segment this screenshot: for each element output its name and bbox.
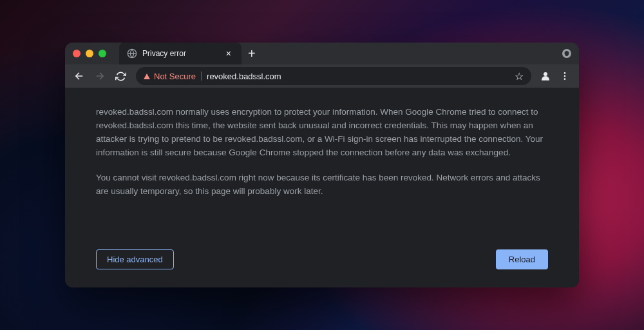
reload-page-button[interactable]: Reload <box>496 249 548 269</box>
svg-point-2 <box>564 72 566 74</box>
svg-point-3 <box>564 75 566 77</box>
profile-button[interactable] <box>538 68 553 84</box>
svg-point-1 <box>544 72 547 76</box>
reload-button[interactable] <box>111 67 129 85</box>
new-tab-button[interactable]: + <box>242 47 262 60</box>
page-content: revoked.badssl.com normally uses encrypt… <box>65 88 579 287</box>
browser-window: Privacy error × + Not Secure revoked.bad… <box>65 43 579 287</box>
back-button[interactable] <box>70 67 88 85</box>
globe-icon <box>127 48 137 59</box>
button-row: Hide advanced Reload <box>96 249 548 269</box>
incognito-icon[interactable] <box>562 49 571 58</box>
address-bar[interactable]: Not Secure revoked.badssl.com ☆ <box>136 67 531 85</box>
svg-point-4 <box>564 78 566 80</box>
url-text: revoked.badssl.com <box>207 72 509 81</box>
tab-title: Privacy error <box>142 49 218 58</box>
error-paragraph-2: You cannot visit revoked.badssl.com righ… <box>96 171 548 199</box>
error-paragraph-1: revoked.badssl.com normally uses encrypt… <box>96 106 548 160</box>
maximize-window-button[interactable] <box>99 50 106 57</box>
bookmark-icon[interactable]: ☆ <box>515 70 524 82</box>
forward-button[interactable] <box>91 67 109 85</box>
window-controls <box>65 50 114 57</box>
security-indicator[interactable]: Not Secure <box>144 72 196 81</box>
title-bar: Privacy error × + <box>65 43 579 64</box>
security-label: Not Secure <box>154 72 196 81</box>
hide-advanced-button[interactable]: Hide advanced <box>96 249 174 269</box>
browser-tab[interactable]: Privacy error × <box>119 43 242 64</box>
warning-icon <box>144 73 150 79</box>
menu-button[interactable] <box>556 67 574 85</box>
minimize-window-button[interactable] <box>86 50 93 57</box>
divider <box>201 72 202 81</box>
tab-close-button[interactable]: × <box>223 48 234 59</box>
toolbar: Not Secure revoked.badssl.com ☆ <box>65 64 579 88</box>
close-window-button[interactable] <box>73 50 80 57</box>
